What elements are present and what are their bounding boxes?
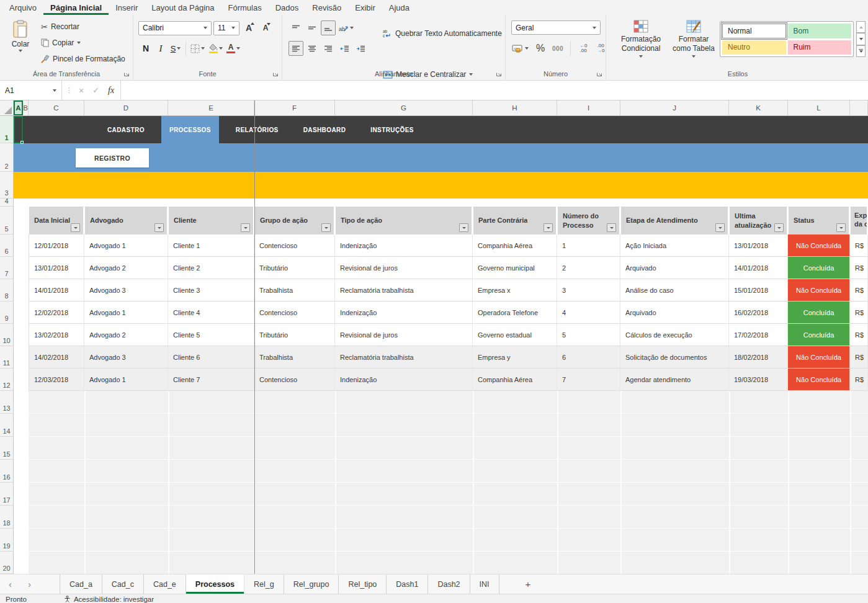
cell-atualizacao[interactable]: 17/02/2018 [729, 324, 788, 346]
menu-tab[interactable]: Revisão [305, 0, 348, 15]
cell-etapa[interactable]: Arquivado [620, 302, 729, 324]
cell-grupo[interactable]: Tributário [254, 257, 335, 279]
row-header-8[interactable]: 8 [0, 279, 13, 302]
filter-button[interactable] [459, 223, 468, 232]
cell-valor[interactable]: R$ [850, 346, 868, 368]
row-header-11[interactable]: 11 [0, 346, 13, 368]
registro-button[interactable]: REGISTRO [76, 148, 149, 168]
filter-button[interactable] [715, 223, 725, 232]
row-header-1[interactable]: 1 [0, 116, 13, 143]
cell-parte[interactable]: Governo estadual [473, 324, 557, 346]
cell-valor[interactable]: R$ [850, 368, 868, 391]
table-header-cell[interactable]: Grupo de ação [254, 207, 335, 234]
cell-valor[interactable]: R$ [850, 279, 868, 302]
filter-button[interactable] [154, 223, 164, 232]
cell-data_inicial[interactable]: 13/02/2018 [29, 324, 84, 346]
column-header-I[interactable]: I [557, 100, 620, 115]
filter-button[interactable] [71, 223, 80, 232]
cell-numero[interactable]: 2 [557, 257, 620, 279]
cell-tipo[interactable]: Reclamatória trabalhista [335, 346, 473, 368]
decrease-font-size-button[interactable]: A [258, 20, 273, 35]
menu-tab[interactable]: Fórmulas [221, 0, 269, 15]
menu-tab[interactable]: Dados [269, 0, 306, 15]
cell-advogado[interactable]: Advogado 3 [84, 279, 168, 302]
cell-atualizacao[interactable]: 16/02/2018 [729, 302, 788, 324]
cell-data_inicial[interactable]: 14/01/2018 [29, 279, 84, 302]
align-middle-button[interactable] [305, 20, 320, 35]
cell-numero[interactable]: 5 [557, 324, 620, 346]
sheet-tab[interactable]: Rel_grupo [284, 574, 339, 594]
cell-status[interactable]: Concluída [788, 302, 850, 324]
sheet-tab[interactable]: Dash1 [387, 574, 428, 594]
table-header-cell[interactable]: Etapa de Atendimento [620, 207, 729, 234]
paste-button[interactable]: Colar [6, 20, 35, 67]
cell-tipo[interactable]: Indenização [335, 302, 473, 324]
table-header-cell[interactable]: Advogado [84, 207, 168, 234]
row-header-18[interactable]: 18 [0, 506, 13, 529]
banner-tab[interactable]: INSTRUÇÕES [362, 116, 422, 143]
cell-cliente[interactable]: Cliente 4 [168, 302, 254, 324]
cell-style-chip[interactable]: Neutro [722, 40, 786, 55]
cell-advogado[interactable]: Advogado 1 [84, 368, 168, 391]
number-format-select[interactable]: Geral [511, 20, 601, 35]
cell-etapa[interactable]: Solicitação de documentos [620, 346, 729, 368]
gallery-more-button[interactable] [856, 45, 866, 57]
column-header-F[interactable]: F [254, 100, 335, 115]
underline-button[interactable]: S [168, 41, 183, 56]
dialog-launcher-icon[interactable] [272, 70, 279, 78]
cell-numero[interactable]: 4 [557, 302, 620, 324]
font-color-button[interactable]: A [225, 41, 242, 56]
cell-cliente[interactable]: Cliente 2 [168, 257, 254, 279]
sheet-tab[interactable]: INI [470, 574, 499, 594]
name-box[interactable]: A1 [0, 81, 62, 100]
cell-tipo[interactable]: Indenização [335, 234, 473, 257]
increase-indent-button[interactable] [353, 41, 368, 56]
filter-button[interactable] [544, 223, 553, 232]
cell-grupo[interactable]: Contencioso [254, 368, 335, 391]
column-header-M[interactable] [850, 100, 868, 115]
insert-function-icon[interactable]: fx [108, 86, 114, 96]
cell-etapa[interactable]: Análise do caso [620, 279, 729, 302]
bold-button[interactable]: N [138, 41, 153, 56]
cell-cliente[interactable]: Cliente 6 [168, 346, 254, 368]
cell-parte[interactable]: Companhia Aérea [473, 234, 557, 257]
column-header-H[interactable]: H [473, 100, 557, 115]
sheet-tab[interactable]: Cad_a [60, 574, 102, 594]
cell-advogado[interactable]: Advogado 2 [84, 257, 168, 279]
row-header-17[interactable]: 17 [0, 483, 13, 506]
dialog-launcher-icon[interactable] [123, 70, 130, 78]
cell-data_inicial[interactable]: 12/01/2018 [29, 234, 84, 257]
cell-etapa[interactable]: Ação Iniciada [620, 234, 729, 257]
sheet-tab[interactable]: Rel_g [244, 574, 284, 594]
column-header-J[interactable]: J [620, 100, 729, 115]
table-header-cell[interactable]: Parte Contrária [473, 207, 557, 234]
filter-button[interactable] [836, 223, 846, 232]
menu-tab[interactable]: Ajuda [382, 0, 416, 15]
accounting-format-button[interactable]: cr [510, 41, 530, 56]
menu-tab[interactable]: Exibir [348, 0, 382, 15]
table-header-cell[interactable]: Data Inicial [29, 207, 84, 234]
row-header-2[interactable]: 2 [0, 143, 13, 172]
column-header-C[interactable]: C [29, 100, 84, 115]
column-header-K[interactable]: K [729, 100, 788, 115]
cell-etapa[interactable]: Cálculos de execução [620, 324, 729, 346]
table-header-cell[interactable]: Cliente [168, 207, 254, 234]
font-name-select[interactable]: Calibri [138, 21, 212, 35]
cell-grupo[interactable]: Trabalhista [254, 279, 335, 302]
cell-cliente[interactable]: Cliente 7 [168, 368, 254, 391]
sheet-tab[interactable]: Rel_tipo [339, 574, 387, 594]
cell-parte[interactable]: Governo municipal [473, 257, 557, 279]
align-bottom-button[interactable] [321, 20, 336, 35]
column-header-E[interactable]: E [168, 100, 254, 115]
cell-advogado[interactable]: Advogado 3 [84, 346, 168, 368]
cell-valor[interactable]: R$ [850, 302, 868, 324]
cell-cliente[interactable]: Cliente 5 [168, 324, 254, 346]
cell-cliente[interactable]: Cliente 3 [168, 279, 254, 302]
percent-style-button[interactable]: % [533, 41, 548, 56]
cell-status[interactable]: Não Concluída [788, 368, 850, 391]
filter-button[interactable] [607, 223, 616, 232]
format-as-table-button[interactable]: Formatar como Tabela [668, 20, 720, 58]
enter-icon[interactable]: ✓ [92, 86, 99, 95]
column-header-D[interactable]: D [84, 100, 168, 115]
cell-valor[interactable]: R$ [850, 257, 868, 279]
